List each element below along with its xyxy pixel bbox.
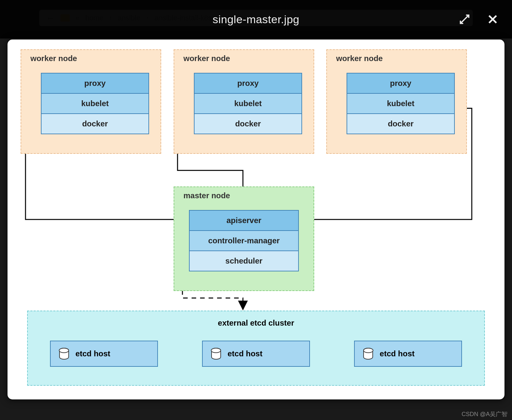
component-docker: docker [41, 113, 149, 134]
architecture-diagram: worker node proxy kubelet docker worker … [8, 40, 504, 399]
master-node: master node apiserver controller-manager… [174, 186, 314, 291]
worker-node-3: worker node proxy kubelet docker [326, 49, 467, 154]
image-viewer-titlebar: single-master.jpg [0, 0, 512, 39]
etcd-host-label: etcd host [380, 349, 415, 358]
etcd-host: etcd host [202, 341, 310, 367]
worker-node-label: worker node [30, 54, 77, 63]
etcd-host: etcd host [50, 341, 158, 367]
image-filename: single-master.jpg [213, 13, 299, 26]
component-proxy: proxy [194, 73, 302, 94]
component-kubelet: kubelet [347, 93, 455, 114]
watermark: CSDN @A吴广智 [462, 410, 507, 418]
database-icon [363, 348, 373, 360]
component-kubelet: kubelet [41, 93, 149, 114]
etcd-cluster-label: external etcd cluster [28, 318, 484, 328]
component-apiserver: apiserver [189, 210, 299, 231]
worker-node-label: worker node [336, 54, 383, 63]
component-proxy: proxy [347, 73, 455, 94]
component-scheduler: scheduler [189, 250, 299, 271]
component-proxy: proxy [41, 73, 149, 94]
etcd-host-label: etcd host [76, 349, 111, 358]
etcd-host: etcd host [354, 341, 462, 367]
worker-node-1: worker node proxy kubelet docker [21, 49, 161, 154]
component-kubelet: kubelet [194, 93, 302, 114]
worker-node-label: worker node [183, 54, 230, 63]
etcd-cluster: external etcd cluster etcd host etcd hos… [27, 311, 485, 386]
image-panel: worker node proxy kubelet docker worker … [7, 39, 505, 400]
worker-node-2: worker node proxy kubelet docker [174, 49, 314, 154]
master-node-label: master node [183, 191, 230, 200]
etcd-host-label: etcd host [228, 349, 263, 358]
close-icon[interactable] [486, 13, 499, 25]
expand-icon[interactable] [459, 14, 470, 25]
component-docker: docker [347, 113, 455, 134]
component-docker: docker [194, 113, 302, 134]
component-controller-manager: controller-manager [189, 230, 299, 251]
database-icon [59, 348, 69, 360]
database-icon [211, 348, 221, 360]
